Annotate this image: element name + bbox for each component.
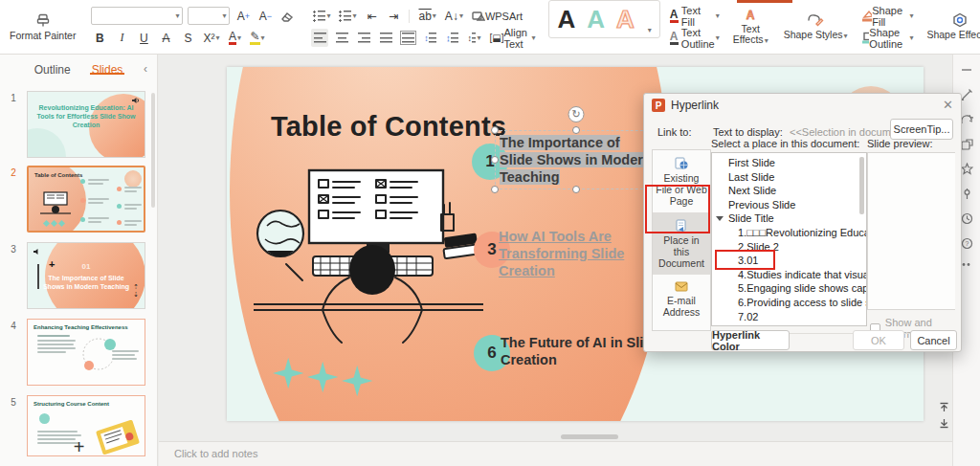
close-icon[interactable]: ✕: [943, 98, 953, 112]
resize-handle-w[interactable]: [491, 156, 499, 164]
wpsart-button[interactable]: WPSArt: [470, 7, 524, 25]
shape-effects-button[interactable]: Shape Effects▾: [921, 0, 980, 54]
decrease-font-button[interactable]: A−: [256, 7, 274, 25]
shapes-icon[interactable]: [961, 138, 973, 150]
add-slide-button[interactable]: +: [0, 436, 158, 458]
slide-thumbnail-row-4[interactable]: 4 Enhancing Teaching Effectiveness: [0, 319, 153, 386]
rotate-handle[interactable]: ↻: [568, 106, 585, 122]
place-in-document-list[interactable]: First Slide Last Slide Next Slide Previo…: [711, 152, 867, 326]
list-item-slide-5[interactable]: 5.Engaging slide shows captur...: [712, 281, 866, 296]
sidebar-scrollbar[interactable]: [151, 93, 155, 208]
increase-line-spacing-button[interactable]: ↕: [421, 29, 438, 47]
screentip-button[interactable]: ScreenTip...: [890, 119, 953, 140]
collapse-rail-icon[interactable]: [961, 64, 972, 76]
animation-icon[interactable]: [960, 113, 973, 125]
rotate-handle-icon: ↻: [568, 106, 585, 122]
resize-handle-nw[interactable]: [491, 126, 499, 134]
toc-item-1-selection[interactable]: The Importance of Slide Shows in Modern …: [495, 130, 657, 189]
decrease-line-spacing-button[interactable]: ↨: [443, 29, 460, 47]
text-style-teal[interactable]: A: [587, 5, 605, 34]
hyperlink-color-button[interactable]: Hyperlink Color: [711, 330, 790, 350]
dialog-titlebar[interactable]: P Hyperlink ✕: [644, 94, 961, 117]
shape-styles-button[interactable]: Shape Styles▾: [778, 0, 854, 54]
resize-handle-sw[interactable]: [491, 186, 499, 193]
distribute-button[interactable]: [399, 29, 416, 47]
adjust-slider-icon[interactable]: [961, 188, 973, 200]
list-item-next-slide[interactable]: Next Slide: [712, 184, 866, 198]
bullet-list-button[interactable]: ▾: [311, 7, 332, 25]
next-slide-icon[interactable]: [939, 418, 949, 429]
text-direction-button[interactable]: A↓▾: [443, 7, 465, 25]
list-item-slide-7[interactable]: 7.02: [712, 310, 866, 324]
previous-slide-icon[interactable]: [939, 402, 949, 412]
list-item-slide-1[interactable]: 1.□□□Revolutionizing Educati...: [712, 226, 866, 240]
slide-thumbnail-row-2[interactable]: 2 Table of Contents: [0, 166, 153, 233]
numbered-list-button[interactable]: ▾: [337, 7, 358, 25]
align-text-button[interactable]: [⬓]Align Text▾: [487, 29, 537, 47]
text-styles-gallery[interactable]: A A A ▾: [548, 0, 659, 38]
decrease-indent-button[interactable]: ⇤: [363, 7, 380, 25]
help-icon[interactable]: ?: [961, 237, 973, 250]
shape-outline-button[interactable]: Shape Outline▾: [859, 29, 916, 47]
ok-button[interactable]: OK: [853, 330, 904, 350]
underline-button[interactable]: U: [135, 29, 152, 47]
resize-handle-s[interactable]: [572, 186, 580, 193]
collapse-sidebar-icon[interactable]: ‹: [144, 62, 147, 76]
favorites-star-icon[interactable]: [961, 163, 973, 175]
format-painter-button[interactable]: Format Painter: [4, 0, 81, 54]
history-clock-icon[interactable]: [961, 212, 973, 225]
font-size-combobox[interactable]: ▾: [188, 7, 230, 25]
font-color-button[interactable]: A▾: [226, 29, 243, 47]
link-type-email[interactable]: E-mail Address: [653, 275, 710, 323]
increase-font-button[interactable]: A+: [234, 7, 252, 25]
strikethrough-alt-button[interactable]: S: [179, 29, 196, 47]
text-fill-button[interactable]: A Text Fill▾: [668, 7, 722, 25]
list-scrollbar[interactable]: [859, 157, 864, 214]
list-item-last-slide[interactable]: Last Slide: [712, 170, 866, 185]
slide-thumbnail-row-1[interactable]: 1 Revolutionizing Education: AI Tools fo…: [0, 91, 153, 158]
list-item-slide-6[interactable]: 6.Providing access to slide sho...: [712, 296, 866, 310]
line-height-button[interactable]: ↕▾: [465, 29, 482, 47]
font-name-combobox[interactable]: ▾: [91, 7, 183, 25]
slide-thumbnail-row-3[interactable]: 3 01 The Importance of Slide Shows in Mo…: [0, 242, 153, 309]
slide-3-thumbnail[interactable]: 01 The Importance of Slide Shows in Mode…: [27, 242, 145, 309]
clear-format-button[interactable]: [278, 7, 296, 25]
toc-item-3-text[interactable]: How AI Tools Are Transforming Slide Crea…: [499, 228, 654, 279]
superscript-button[interactable]: X²▾: [201, 29, 221, 47]
tab-slides[interactable]: Slides: [92, 63, 123, 77]
slide-1-thumbnail[interactable]: Revolutionizing Education: AI Tools for …: [27, 91, 145, 158]
slide-title[interactable]: Table of Contents: [271, 111, 506, 143]
highlight-color-button[interactable]: ✎▾: [248, 29, 266, 47]
slide-4-thumbnail[interactable]: Enhancing Teaching Effectiveness: [27, 319, 145, 386]
place-list-collapse-icon[interactable]: [716, 216, 724, 221]
slide-preview-label: Slide preview:: [867, 138, 932, 149]
list-item-slide-title[interactable]: Slide Title: [712, 211, 866, 226]
align-center-button[interactable]: [333, 29, 350, 47]
increase-indent-button[interactable]: ⇥: [385, 7, 402, 25]
align-left-button[interactable]: [311, 29, 328, 47]
bold-button[interactable]: B: [91, 29, 108, 47]
text-style-plain[interactable]: A: [557, 5, 575, 34]
slide-2-thumbnail[interactable]: Table of Contents: [27, 166, 145, 233]
text-style-outline[interactable]: A: [616, 5, 635, 34]
text-outline-button[interactable]: A Text Outline▾: [668, 29, 722, 47]
strikethrough-button[interactable]: A: [157, 29, 174, 47]
align-right-button[interactable]: [355, 29, 372, 47]
resize-handle-n[interactable]: [572, 126, 580, 134]
shape-fill-button[interactable]: Shape Fill▾: [859, 7, 916, 25]
tab-outline[interactable]: Outline: [34, 63, 71, 77]
toc-item-1-text[interactable]: The Importance of Slide Shows in Modern …: [500, 134, 655, 186]
list-item-first-slide[interactable]: First Slide: [712, 156, 866, 170]
cancel-button[interactable]: Cancel: [910, 330, 957, 350]
gallery-more-icon[interactable]: ▾: [648, 26, 652, 34]
more-icon[interactable]: [961, 262, 972, 267]
italic-button[interactable]: I: [113, 29, 130, 47]
list-item-previous-slide[interactable]: Previous Slide: [712, 198, 866, 212]
ink-pen-icon[interactable]: [961, 88, 973, 100]
character-spacing-button[interactable]: ab▾: [416, 7, 437, 25]
toc-item-6-text[interactable]: The Future of AI in Slide Creation: [501, 334, 663, 368]
text-effects-button[interactable]: A TextEffects▾: [727, 0, 774, 54]
horizontal-scrollbar[interactable]: [561, 434, 618, 439]
notes-pane[interactable]: Click to add notes: [159, 441, 952, 466]
justify-button[interactable]: [377, 29, 394, 47]
